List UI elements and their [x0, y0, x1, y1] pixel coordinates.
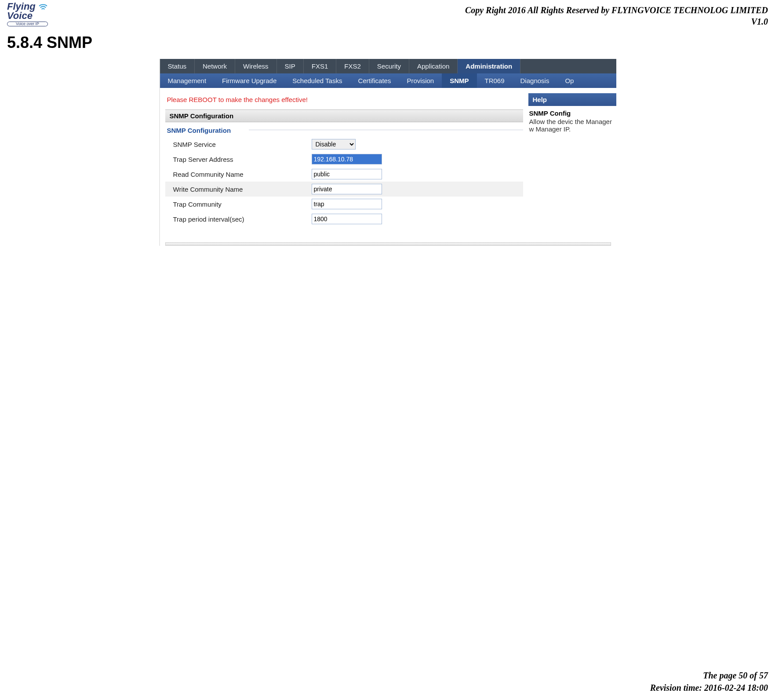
- sub-tabs: ManagementFirmware UpgradeScheduled Task…: [160, 73, 616, 88]
- form-label: Trap period interval(sec): [173, 215, 312, 223]
- bottom-bar: [165, 242, 611, 246]
- sub-tab-snmp[interactable]: SNMP: [442, 73, 477, 88]
- main-tab-fxs1[interactable]: FXS1: [304, 59, 337, 73]
- version-text: V1.0: [7, 16, 768, 27]
- form-label: Trap Community: [173, 201, 312, 208]
- help-header: Help: [528, 93, 616, 106]
- main-tab-status[interactable]: Status: [160, 59, 195, 73]
- help-text: Allow the devic the Manager w Manager IP…: [529, 118, 612, 133]
- form-row: Read Community Name: [165, 167, 523, 182]
- brand-logo: Flying Voice Voice over IP: [7, 2, 48, 26]
- form-row: Trap Server Address: [165, 152, 523, 167]
- main-tab-network[interactable]: Network: [195, 59, 235, 73]
- sub-tab-firmware-upgrade[interactable]: Firmware Upgrade: [214, 73, 284, 88]
- input-trap-period-interval-sec-[interactable]: [312, 214, 382, 224]
- page-info: The page 50 of 57: [650, 669, 768, 682]
- input-write-community-name[interactable]: [312, 184, 382, 194]
- select-snmp-service[interactable]: Disable: [312, 139, 356, 149]
- main-tab-wireless[interactable]: Wireless: [235, 59, 277, 73]
- doc-footer: The page 50 of 57 Revision time: 2016-02…: [650, 669, 768, 694]
- input-trap-server-address[interactable]: [312, 154, 382, 164]
- main-tab-sip[interactable]: SIP: [277, 59, 304, 73]
- revision-info: Revision time: 2016-02-24 18:00: [650, 682, 768, 694]
- doc-header: Copy Right 2016 All Rights Reserved by F…: [7, 4, 768, 27]
- sub-tab-certificates[interactable]: Certificates: [350, 73, 399, 88]
- sub-tab-provision[interactable]: Provision: [399, 73, 442, 88]
- sub-tab-scheduled-tasks[interactable]: Scheduled Tasks: [284, 73, 350, 88]
- form-label: Read Community Name: [173, 171, 312, 178]
- panel-header: SNMP Configuration: [165, 109, 523, 122]
- form-row: Write Community Name: [165, 182, 523, 197]
- help-title: SNMP Config: [529, 109, 616, 117]
- sub-tab-diagnosis[interactable]: Diagnosis: [513, 73, 557, 88]
- wifi-icon: [38, 2, 48, 13]
- sub-tab-tr069[interactable]: TR069: [477, 73, 513, 88]
- form-label: SNMP Service: [173, 141, 312, 148]
- form-label: Trap Server Address: [173, 156, 312, 163]
- copyright-text: Copy Right 2016 All Rights Reserved by F…: [7, 4, 768, 16]
- logo-subtext: Voice over IP: [7, 22, 48, 26]
- help-body: SNMP Config Allow the devic the Manager …: [528, 106, 616, 133]
- reboot-warning: Please REBOOT to make the changes effect…: [165, 93, 523, 109]
- form-row: SNMP ServiceDisable: [165, 137, 523, 152]
- input-trap-community[interactable]: [312, 199, 382, 209]
- section-heading: 5.8.4 SNMP: [7, 33, 768, 52]
- main-tabs: StatusNetworkWirelessSIPFXS1FXS2Security…: [160, 59, 616, 73]
- form-row: Trap period interval(sec): [165, 211, 523, 226]
- sub-tab-management[interactable]: Management: [160, 73, 215, 88]
- input-read-community-name[interactable]: [312, 169, 382, 179]
- fieldset-title: SNMP Configuration: [165, 122, 523, 137]
- main-tab-fxs2[interactable]: FXS2: [336, 59, 369, 73]
- form-row: Trap Community: [165, 197, 523, 211]
- main-tab-application[interactable]: Application: [409, 59, 458, 73]
- main-tab-administration[interactable]: Administration: [458, 59, 520, 73]
- main-tab-security[interactable]: Security: [369, 59, 409, 73]
- admin-ui-screenshot: StatusNetworkWirelessSIPFXS1FXS2Security…: [159, 59, 616, 246]
- form-label: Write Community Name: [173, 186, 312, 193]
- sub-tab-op[interactable]: Op: [557, 73, 582, 88]
